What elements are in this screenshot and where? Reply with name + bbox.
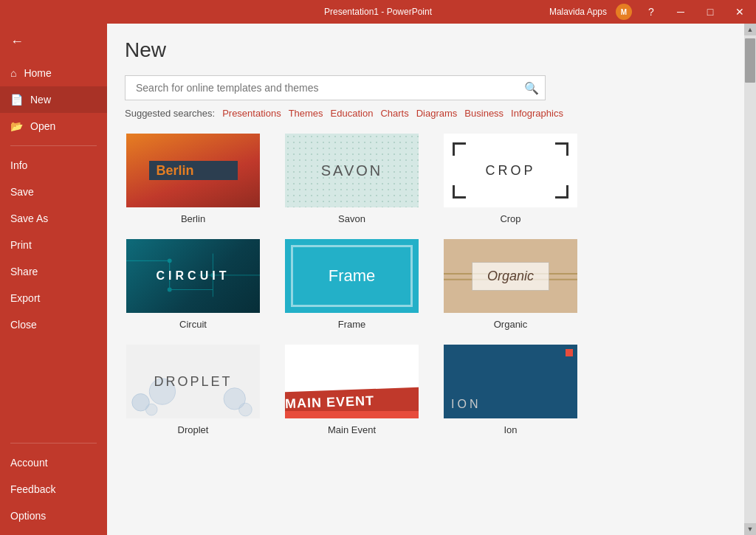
sidebar-label-open: Open [30, 120, 55, 132]
sidebar-item-home[interactable]: ⌂ Home [0, 60, 107, 86]
avatar: M [616, 4, 632, 20]
sidebar-item-info[interactable]: Info [0, 152, 107, 179]
search-input[interactable] [131, 76, 524, 100]
app-title: Presentation1 - PowerPoint [324, 7, 432, 17]
crop-corner-tr [555, 142, 568, 156]
suggested-link-education[interactable]: Education [331, 108, 374, 119]
sidebar-divider-bottom [10, 443, 97, 443]
sidebar-item-new[interactable]: 📄 New [0, 86, 107, 113]
suggested-link-charts[interactable]: Charts [380, 108, 408, 119]
savon-label: Savon [338, 213, 365, 224]
organic-bg: Organic [444, 239, 577, 313]
suggested-link-themes[interactable]: Themes [289, 108, 323, 119]
user-name: Malavida Apps [549, 7, 607, 17]
titlebar-controls: Malavida Apps M ? ─ □ ✕ [549, 1, 750, 22]
sidebar-bottom: Account Feedback Options [0, 437, 107, 535]
templates-grid: Berlin Berlin SAVON Savon [125, 132, 726, 435]
droplet-text: DROPLET [154, 374, 232, 390]
sidebar-item-save-as[interactable]: Save As [0, 205, 107, 232]
sidebar-label-new: New [30, 94, 51, 106]
template-thumb-crop: CROP [442, 132, 579, 209]
template-thumb-berlin: Berlin [125, 132, 261, 209]
ion-accent [566, 349, 573, 356]
svg-point-14 [239, 403, 252, 416]
titlebar: Presentation1 - PowerPoint Malavida Apps… [0, 0, 756, 24]
droplet-bg: DROPLET [126, 345, 260, 418]
suggested-link-business[interactable]: Business [464, 108, 504, 119]
svg-point-12 [145, 404, 157, 415]
sidebar-label-export: Export [10, 292, 40, 304]
svg-point-6 [168, 288, 172, 292]
sidebar-label-close: Close [10, 319, 37, 331]
suggested-link-infographics[interactable]: Infographics [511, 108, 563, 119]
droplet-label: Droplet [178, 424, 209, 435]
sidebar-label-print: Print [10, 239, 32, 251]
template-circuit[interactable]: CIRCUIT Circuit [125, 238, 261, 330]
sidebar-item-feedback[interactable]: Feedback [0, 476, 107, 503]
crop-label: Crop [500, 213, 520, 224]
sidebar-label-share: Share [10, 266, 38, 277]
sidebar-item-export[interactable]: Export [0, 285, 107, 311]
page-title: New [125, 38, 726, 62]
berlin-bar: Berlin [149, 161, 238, 180]
titlebar-title: Presentation1 - PowerPoint [324, 7, 432, 17]
mainevent-label: Main Event [328, 424, 376, 435]
main-content: New 🔍 Suggested searches: Presentations … [107, 24, 744, 535]
circuit-label: Circuit [179, 319, 207, 330]
back-button[interactable]: ← [0, 27, 107, 57]
sidebar-item-share[interactable]: Share [0, 258, 107, 285]
frame-bg: Frame [285, 239, 419, 313]
organic-text: Organic [487, 269, 534, 283]
minimize-button[interactable]: ─ [670, 1, 691, 22]
savon-bg: SAVON [285, 134, 419, 207]
template-ion[interactable]: ION Ion [442, 343, 579, 435]
sidebar-item-options[interactable]: Options [0, 503, 107, 529]
berlin-label: Berlin [181, 213, 205, 224]
scroll-thumb[interactable] [745, 38, 755, 83]
search-icon[interactable]: 🔍 [524, 81, 539, 95]
template-thumb-mainevent: MAIN EVENT [284, 343, 420, 420]
close-button[interactable]: ✕ [729, 1, 750, 22]
sidebar-item-close[interactable]: Close [0, 311, 107, 338]
sidebar-label-home: Home [24, 67, 51, 79]
template-frame[interactable]: Frame Frame [284, 238, 420, 330]
crop-bg: CROP [444, 134, 577, 207]
sidebar-label-save: Save [10, 186, 34, 198]
suggested-link-presentations[interactable]: Presentations [222, 108, 281, 119]
crop-corner-br [555, 185, 568, 199]
app-body: ← ⌂ Home 📄 New 📂 Open Info Save [0, 24, 756, 535]
organic-label: Organic [494, 319, 528, 330]
scroll-up-arrow[interactable]: ▲ [744, 24, 756, 35]
sidebar-item-account[interactable]: Account [0, 449, 107, 476]
sidebar-label-info: Info [10, 159, 27, 171]
scrollbar: ▲ ▼ [744, 24, 756, 535]
mainevent-text: MAIN EVENT [285, 393, 374, 411]
crop-corner-tl [453, 142, 466, 156]
ion-text: ION [451, 398, 481, 411]
suggested-link-diagrams[interactable]: Diagrams [416, 108, 458, 119]
circuit-bg: CIRCUIT [126, 239, 260, 313]
template-organic[interactable]: Organic Organic [442, 238, 579, 330]
sidebar-top: ← ⌂ Home 📄 New 📂 Open Info Save [0, 27, 107, 437]
help-button[interactable]: ? [641, 1, 662, 22]
ion-bg: ION [444, 345, 577, 418]
template-droplet[interactable]: DROPLET Droplet [125, 343, 261, 435]
frame-text: Frame [329, 266, 376, 286]
template-berlin[interactable]: Berlin Berlin [125, 132, 261, 224]
sidebar-item-print[interactable]: Print [0, 232, 107, 258]
frame-label: Frame [338, 319, 366, 330]
template-mainevent[interactable]: MAIN EVENT Main Event [284, 343, 420, 435]
sidebar-item-save[interactable]: Save [0, 179, 107, 205]
sidebar-divider-top [10, 145, 97, 146]
template-thumb-organic: Organic [442, 238, 579, 314]
template-crop[interactable]: CROP Crop [442, 132, 579, 224]
suggested-label: Suggested searches: [125, 108, 215, 119]
sidebar-item-open[interactable]: 📂 Open [0, 113, 107, 139]
template-thumb-circuit: CIRCUIT [125, 238, 261, 314]
back-icon: ← [10, 34, 24, 49]
maximize-button[interactable]: □ [700, 1, 721, 22]
berlin-text: Berlin [157, 163, 194, 179]
berlin-bg: Berlin [126, 134, 260, 207]
scroll-down-arrow[interactable]: ▼ [744, 523, 756, 535]
template-savon[interactable]: SAVON Savon [284, 132, 420, 224]
